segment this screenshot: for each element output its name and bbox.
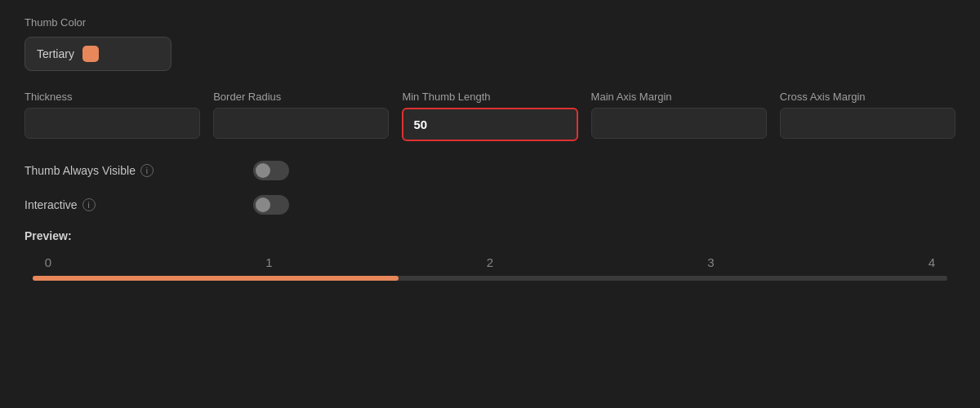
interactive-track xyxy=(253,195,289,215)
min-thumb-length-label: Min Thumb Length xyxy=(402,91,577,103)
thickness-label: Thickness xyxy=(24,91,200,103)
border-radius-label: Border Radius xyxy=(213,91,389,103)
slider-container: 0 1 2 3 4 xyxy=(24,255,956,281)
cross-axis-margin-input[interactable] xyxy=(780,108,956,139)
preview-label: Preview: xyxy=(24,229,956,242)
min-thumb-length-input[interactable] xyxy=(402,108,577,141)
thumb-always-visible-info-icon[interactable]: i xyxy=(140,164,154,177)
tick-4: 4 xyxy=(920,255,944,269)
interactive-label: Interactive i xyxy=(24,198,253,211)
slider-fill xyxy=(33,276,399,281)
tick-1: 1 xyxy=(257,255,282,269)
thickness-group: Thickness xyxy=(24,91,200,139)
interactive-thumb xyxy=(256,197,270,212)
cross-axis-margin-group: Cross Axis Margin xyxy=(780,91,956,139)
thumb-always-visible-track xyxy=(253,161,289,180)
thumb-always-visible-thumb xyxy=(256,163,270,178)
color-swatch xyxy=(82,46,99,62)
min-thumb-length-group: Min Thumb Length xyxy=(402,91,577,141)
thickness-input[interactable] xyxy=(24,108,200,139)
preview-section: Preview: 0 1 2 3 4 xyxy=(24,229,956,281)
thumb-always-visible-label: Thumb Always Visible i xyxy=(24,164,253,177)
fields-row: Thickness Border Radius Min Thumb Length… xyxy=(24,91,956,141)
main-axis-margin-label: Main Axis Margin xyxy=(591,91,767,103)
border-radius-group: Border Radius xyxy=(213,91,389,139)
thumb-always-visible-text: Thumb Always Visible xyxy=(24,164,136,177)
tick-3: 3 xyxy=(699,255,724,269)
thumb-color-dropdown[interactable]: Tertiary xyxy=(24,37,172,71)
thumb-color-label: Thumb Color xyxy=(24,16,956,29)
tick-2: 2 xyxy=(478,255,502,269)
cross-axis-margin-label: Cross Axis Margin xyxy=(780,91,956,103)
main-axis-margin-group: Main Axis Margin xyxy=(591,91,767,139)
dropdown-label: Tertiary xyxy=(37,47,74,60)
border-radius-input[interactable] xyxy=(213,108,389,139)
interactive-info-icon[interactable]: i xyxy=(82,198,96,211)
slider-ticks: 0 1 2 3 4 xyxy=(33,255,947,269)
tick-0: 0 xyxy=(36,255,60,269)
thumb-always-visible-toggle[interactable] xyxy=(253,161,289,180)
slider-track[interactable] xyxy=(33,276,947,281)
thumb-always-visible-row: Thumb Always Visible i xyxy=(24,161,956,180)
main-axis-margin-input[interactable] xyxy=(591,108,767,139)
interactive-row: Interactive i xyxy=(24,195,956,215)
interactive-text: Interactive xyxy=(24,198,78,211)
interactive-toggle[interactable] xyxy=(253,195,289,215)
thumb-color-section: Thumb Color Tertiary xyxy=(24,16,956,71)
